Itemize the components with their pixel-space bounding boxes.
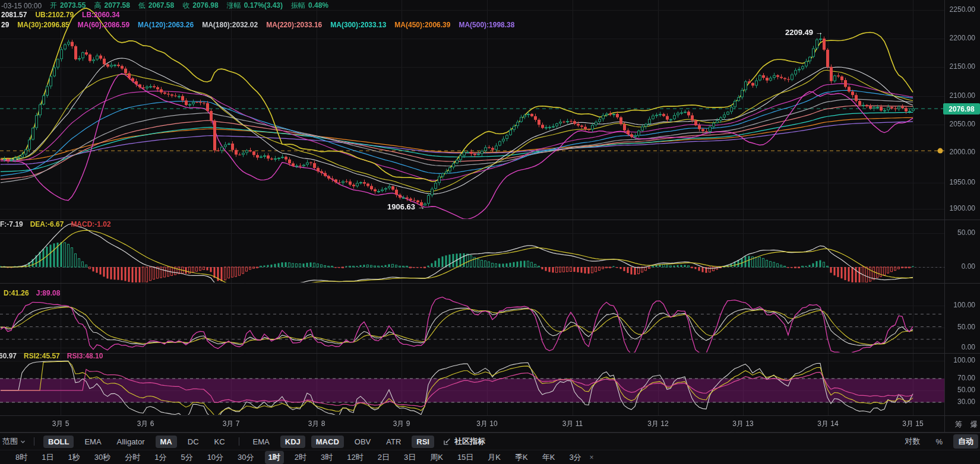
indicator-button-dc[interactable]: DC [183,436,204,448]
ohlc-field-label: 低 [138,1,146,9]
timeframe-button-20[interactable]: 3分 [565,451,584,464]
scale-option-1[interactable]: % [931,436,947,448]
ohlc-field-label: 振幅 [291,1,305,9]
main-indicator-group: BOLLEMAAlligatorMADCKC [40,436,233,448]
scale-option-2[interactable]: 自动 [953,434,978,449]
rsi-axis-tick-2: 50.00 [947,386,975,394]
indicator-button-atr[interactable]: ATR [381,436,406,448]
ma-value-2: MA(60):2086.59 [78,21,129,29]
timeframe-button-16[interactable]: 15日 [454,451,477,464]
timeframe-button-5[interactable]: 1分 [151,451,170,464]
community-indicators-button[interactable]: 社区指标 [454,436,485,447]
scale-options-group: 对数%自动 [897,434,980,449]
timeframe-button-11[interactable]: 3时 [317,451,336,464]
ma-value-6: MA(300):2033.13 [330,21,386,29]
indicator-button-rsi[interactable]: RSI [412,436,434,448]
boll-info-bar: 2081.57UB:2102.79LB:2060.34 [1,11,128,19]
x-axis-date-label-6: 3月 11 [555,419,590,429]
x-axis-date-label-10: 3月 15 [895,419,931,429]
indicator-button-ma[interactable]: MA [156,436,177,448]
main-axis-tick-4: 2050.00 [947,120,975,128]
chart-canvas[interactable] [0,0,980,433]
rsi-value-2: RSI3:48.10 [67,352,103,360]
indicator-button-ema[interactable]: EMA [80,436,106,448]
kdj-axis-tick-2: 0.00 [947,343,975,351]
indicator-button-kc[interactable]: KC [210,436,230,448]
ohlc-field-5: 振幅0.48% [291,1,328,11]
ohlc-field-value: 2076.98 [192,1,218,9]
kdj-axis-tick-0: 100.00 [947,301,975,309]
main-axis-tick-3: 2100.00 [947,91,975,100]
timeframe-button-2[interactable]: 1秒 [64,451,83,464]
x-axis-date-label-8: 3月 13 [725,419,761,429]
timeframe-button-10[interactable]: 2时 [291,451,310,464]
macd-value-1: DEA:-6.67 [30,220,64,228]
macd-axis-tick-0: 50.00 [947,228,975,237]
timeframe-button-6[interactable]: 5分 [177,451,196,464]
rsi-axis-tick-1: 70.00 [947,374,975,382]
main-axis-tick-0: 2250.00 [947,5,975,14]
timeframe-button-17[interactable]: 月K [484,451,504,464]
toolbar-divider [239,437,239,446]
ohlc-field-4: 涨幅0.17%(3.43) [227,1,283,11]
x-axis-date-label-1: 3月 6 [128,419,163,429]
axis-side-button-0[interactable]: 筹 [955,419,962,430]
indicator-button-kdj[interactable]: KDJ [280,436,305,448]
timeframe-button-18[interactable]: 季K [511,451,532,464]
ma-value-5: MA(220):2033.16 [266,21,322,29]
timeframe-button-4[interactable]: 分时 [121,451,144,464]
timeframe-button-0[interactable]: 8时 [12,451,31,464]
indicator-button-ema[interactable]: EMA [248,436,274,448]
rsi-value-0: 60.97 [0,352,17,360]
ohlc-field-value: 0.48% [308,1,328,9]
ma-value-1: MA(30):2096.85 [17,21,69,29]
timeframe-button-7[interactable]: 10分 [204,451,227,464]
ohlc-field-label: 收 [182,1,189,9]
main-axis-tick-7: 1900.00 [947,204,975,212]
boll-value-0: 2081.57 [1,11,27,19]
macd-axis-tick-1: 0.00 [947,262,975,271]
rsi-info-bar: 60.97RSI2:45.57RSI3:48.10 [0,352,110,360]
timeframe-button-1[interactable]: 1日 [38,451,57,464]
chevron-down-icon [20,440,26,444]
indicator-button-obv[interactable]: OBV [350,436,375,448]
timeframe-button-19[interactable]: 年K [539,451,559,464]
timeframe-button-14[interactable]: 3日 [400,451,419,464]
timeframe-button-12[interactable]: 12时 [343,451,366,464]
timeframe-button-8[interactable]: 30分 [234,451,257,464]
sub-indicator-group: EMAKDJMACDOBVATRRSI [245,436,437,448]
boll-value-2: LB:2060.34 [82,11,119,19]
indicator-button-macd[interactable]: MACD [311,436,344,448]
axis-side-button-1[interactable]: 爆 [970,419,978,430]
indicator-button-alligator[interactable]: Alligator [112,436,150,448]
main-axis-tick-2: 2150.00 [947,62,975,71]
ohlc-field-3: 收2076.98 [182,1,218,11]
ohlc-info-bar: -03-15 00:00 开2073.55高2077.58低2067.58收20… [1,1,337,11]
indicator-button-boll[interactable]: BOLL [43,436,74,448]
main-axis-tick-5: 2000.00 [947,148,975,156]
x-axis-date-label-3: 3月 8 [299,419,334,429]
ohlc-field-label: 涨幅 [227,1,241,9]
timeframe-button-3[interactable]: 30秒 [91,451,114,464]
kdj-value-1: J:89.08 [36,289,61,297]
macd-value-0: F:-7.19 [0,220,23,228]
range-dropdown[interactable]: 范围 [2,436,26,447]
ohlc-field-value: 2067.58 [148,1,174,9]
x-axis-date-label-0: 3月 5 [43,419,78,429]
scale-option-0[interactable]: 对数 [900,434,925,449]
kdj-axis-tick-1: 50.00 [947,323,975,331]
bar-datetime: -03-15 00:00 [1,2,42,10]
timeframe-button-13[interactable]: 2日 [374,451,393,464]
timeframe-button-9[interactable]: 1时 [265,451,284,464]
close-timeframe-icon[interactable]: × [590,453,594,462]
x-axis-date-label-7: 3月 12 [640,419,676,429]
ohlc-field-value: 2073.55 [60,1,86,9]
x-axis-date-label-4: 3月 9 [384,419,419,429]
ma-value-7: MA(450):2006.39 [394,21,450,29]
timeframe-button-15[interactable]: 周K [426,451,447,464]
rsi-axis-tick-0: 100.00 [947,356,975,364]
ohlc-field-value: 2077.58 [104,1,129,9]
ma-value-8: MA(500):1998.38 [459,21,514,29]
ma-value-4: MA(180):2032.02 [202,21,258,29]
range-dropdown-label: 范围 [2,436,18,447]
